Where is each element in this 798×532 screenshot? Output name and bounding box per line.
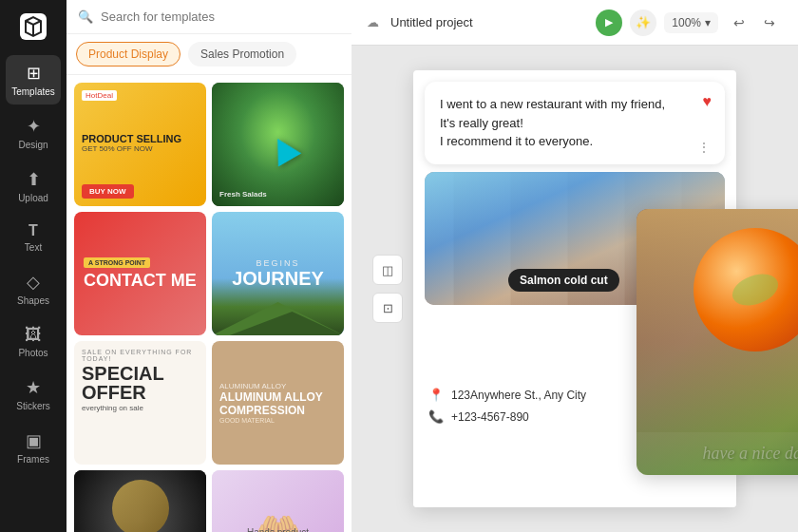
shapes-icon: ◇ (27, 272, 40, 293)
review-text: I went to a new restaurant with my frien… (440, 95, 710, 151)
category-tabs: Product Display Sales Promotion (66, 34, 352, 75)
sidebar-item-shapes-label: Shapes (17, 295, 49, 306)
sidebar-item-design-label: Design (18, 140, 48, 150)
template-5-main: SPECIAL OFFER (82, 364, 199, 402)
templates-icon: ⊞ (27, 63, 41, 84)
upload-icon: ⬆ (27, 169, 41, 190)
more-options-icon[interactable]: ⋮ (697, 140, 712, 155)
text-icon: T (28, 222, 38, 239)
undo-button[interactable]: ↩ (726, 10, 752, 36)
phone-text: +123-4567-890 (451, 410, 529, 424)
topbar-controls: ▶ ✨ 100% ▾ ↩ ↪ (596, 10, 783, 36)
phone-icon: 📞 (428, 409, 444, 424)
sidebar: ⊞ Templates ✦ Design ⬆ Upload T Text ◇ S… (0, 0, 66, 532)
app-logo[interactable] (16, 10, 50, 44)
sidebar-item-design[interactable]: ✦ Design (6, 108, 61, 158)
background-icon: ◫ (382, 263, 393, 277)
stickers-icon: ★ (26, 377, 41, 398)
play-button[interactable]: ▶ (596, 10, 622, 36)
background-tool-button[interactable]: ◫ (372, 255, 403, 285)
main-area: ☁ Untitled project ▶ ✨ 100% ▾ ↩ ↪ ◫ ⊡ (352, 0, 798, 532)
canvas-area: ◫ ⊡ I went to a new restaurant with my f… (352, 46, 798, 532)
sidebar-item-frames[interactable]: ▣ Frames (6, 423, 61, 472)
sidebar-item-frames-label: Frames (17, 454, 49, 465)
undo-redo-controls: ↩ ↪ (726, 10, 783, 36)
zoom-label: 100% (672, 16, 701, 29)
search-bar: 🔍 (66, 0, 352, 34)
template-thumb-6[interactable]: ALUMINUM ALLOY ALUMINUM ALLOY COMPRESSIO… (212, 341, 344, 465)
redo-button[interactable]: ↪ (756, 10, 783, 36)
template-6-main: ALUMINUM ALLOY COMPRESSION (219, 390, 336, 417)
template-8-text: Hands product (247, 527, 309, 533)
template-4-main: JOURNEY (232, 268, 324, 289)
frames-icon: ▣ (26, 430, 42, 451)
template-3-badge: A STRONG POINT (84, 257, 150, 268)
template-thumb-5[interactable]: SALE ON EVERYTHING FOR TODAY! SPECIAL OF… (74, 341, 206, 465)
sidebar-item-templates-label: Templates (11, 86, 55, 97)
template-3-title: CONTACT ME (84, 272, 197, 291)
template-1-sub: GET 50% OFF NOW (82, 144, 199, 153)
resize-tool-button[interactable]: ⊡ (372, 293, 403, 323)
template-6-brand: ALUMINUM ALLOY (219, 382, 336, 390)
template-thumb-2[interactable]: Fresh Salads (212, 83, 344, 206)
template-5-sub: everything on sale (82, 404, 199, 412)
sidebar-item-upload[interactable]: ⬆ Upload (6, 162, 61, 211)
search-input[interactable] (101, 10, 340, 24)
sidebar-item-templates[interactable]: ⊞ Templates (6, 55, 61, 104)
template-5-top: SALE ON EVERYTHING FOR TODAY! (82, 349, 199, 362)
template-4-top: BEGINS (256, 258, 299, 268)
resize-icon: ⊡ (383, 301, 393, 315)
sidebar-item-text[interactable]: T Text (6, 215, 61, 260)
salmon-badge: Salmon cold cut (508, 269, 619, 292)
template-1-btn: BUY NOW (82, 184, 134, 199)
template-thumb-3[interactable]: A STRONG POINT CONTACT ME (74, 212, 206, 335)
sidebar-item-stickers-label: Stickers (16, 401, 50, 411)
location-icon: 📍 (428, 388, 444, 402)
template-6-sub: GOOD MATERIAL (219, 417, 336, 424)
zoom-chevron-icon: ▾ (705, 16, 711, 29)
category-tab-product-display[interactable]: Product Display (76, 42, 180, 66)
heart-icon[interactable]: ♥ (703, 93, 712, 110)
template-1-tag: HotDeal (82, 90, 117, 101)
project-title[interactable]: Untitled project (390, 15, 473, 29)
topbar-cloud-icon: ☁ (367, 15, 379, 29)
templates-panel: 🔍 Product Display Sales Promotion HotDea… (66, 0, 352, 532)
template-thumb-7[interactable]: 10% OFF JEWELRY CAPCUT (74, 470, 206, 532)
review-bubble: I went to a new restaurant with my frien… (425, 82, 725, 164)
topbar: ☁ Untitled project ▶ ✨ 100% ▾ ↩ ↪ (352, 0, 798, 46)
sidebar-item-shapes[interactable]: ◇ Shapes (6, 264, 61, 314)
sidebar-item-text-label: Text (25, 242, 42, 253)
sidebar-item-stickers[interactable]: ★ Stickers (6, 370, 61, 419)
sidebar-item-upload-label: Upload (18, 193, 48, 203)
template-1-title: PRODUCT SELLING (82, 133, 199, 144)
sidebar-item-photos-label: Photos (18, 348, 48, 358)
zoom-control[interactable]: 100% ▾ (664, 12, 718, 33)
template-thumb-8[interactable]: 🤲 Hands product (212, 470, 344, 532)
magic-button[interactable]: ✨ (630, 10, 656, 36)
category-tab-sales-promotion[interactable]: Sales Promotion (188, 42, 296, 66)
template-2-caption: Fresh Salads (219, 190, 336, 199)
address-text: 123Anywhere St., Any City (451, 389, 586, 402)
photos-icon: 🖼 (25, 325, 42, 345)
design-icon: ✦ (27, 116, 41, 137)
template-thumb-4[interactable]: BEGINS JOURNEY (212, 212, 344, 335)
sidebar-item-photos[interactable]: 🖼 Photos (6, 317, 61, 366)
side-food-photo: have a nice day! (636, 209, 798, 475)
templates-grid: HotDeal PRODUCT SELLING GET 50% OFF NOW … (66, 75, 352, 532)
right-tools: ◫ ⊡ (372, 255, 403, 323)
template-thumb-1[interactable]: HotDeal PRODUCT SELLING GET 50% OFF NOW … (74, 83, 206, 206)
search-icon: 🔍 (78, 10, 93, 24)
